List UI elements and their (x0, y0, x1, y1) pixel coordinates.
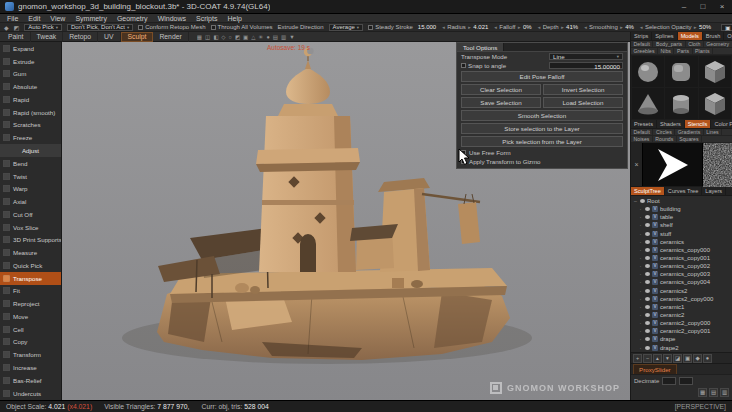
spin-left-icon[interactable]: ◄ (537, 25, 541, 30)
spin-left-icon[interactable]: ◄ (493, 25, 497, 30)
tool-item-scratches[interactable]: Scratches (0, 119, 61, 132)
menu-symmetry[interactable]: Symmetry (75, 15, 107, 22)
tree-item-root[interactable]: −Root (631, 197, 732, 205)
dock-tab-sculpttree[interactable]: SculptTree (631, 187, 665, 195)
apply-transform-gizmo-checkbox[interactable]: Apply Transform to Gizmo (457, 157, 627, 166)
spin-right-icon[interactable]: ► (619, 25, 623, 30)
dock-settings-icon[interactable]: ▥ (720, 388, 729, 397)
tool-item-warp[interactable]: Warp (0, 182, 61, 195)
tree-item-ceramics-copy001[interactable]: ·Vceramics_copy001 (631, 254, 732, 262)
visibility-eye-icon[interactable] (645, 248, 650, 252)
model-cat-body-parts[interactable]: Body_parts (653, 41, 685, 47)
visibility-eye-icon[interactable] (645, 264, 650, 268)
visibility-eye-icon[interactable] (645, 313, 650, 317)
wireframe-icon[interactable]: ◇ (221, 34, 225, 40)
tab-retopo[interactable]: Retopo (63, 32, 98, 42)
visibility-eye-icon[interactable] (645, 207, 650, 211)
visibility-eye-icon[interactable] (645, 346, 650, 350)
visibility-eye-icon[interactable] (645, 305, 650, 309)
gizmo-mode-icon[interactable]: ◩ (14, 24, 20, 31)
merge-icon[interactable]: ◪ (673, 354, 682, 363)
grid-snap-icon[interactable]: ▦ (197, 34, 202, 40)
model-thumb-box[interactable] (699, 88, 731, 119)
steady-stroke-checkbox[interactable]: Steady Stroke (368, 24, 413, 30)
pick-action-dropdown[interactable]: Don't Pick, Don't Act ▾ (67, 24, 133, 31)
tool-item-expand[interactable]: Expand (0, 42, 61, 55)
tree-item-table[interactable]: ·Vtable (631, 213, 732, 221)
decimate-value-box[interactable] (662, 377, 676, 385)
load-selection-button[interactable]: Load Selection (543, 97, 623, 108)
steady-stroke-value[interactable]: 15.000 (418, 24, 436, 30)
move-up-icon[interactable]: ▴ (653, 354, 662, 363)
ghost-mode-icon[interactable]: ○ (229, 34, 232, 40)
model-cat-cloth[interactable]: Cloth (686, 41, 704, 47)
tree-item-ceramic2-copy001[interactable]: ·Vceramic2_copy001 (631, 327, 732, 335)
spin-right-icon[interactable]: ► (693, 25, 697, 30)
conform-retopo-checkbox[interactable]: Conform Retopo Mesh (138, 24, 205, 30)
dock-tab-layers[interactable]: Layers (702, 187, 726, 195)
tree-item-ceramic2-copy000[interactable]: ·Vceramic2_copy000 (631, 319, 732, 327)
spin-right-icon[interactable]: ► (467, 25, 471, 30)
model-cat-nibs[interactable]: Nibs (658, 48, 674, 54)
stencil-cat-squares[interactable]: Squares (677, 136, 702, 142)
model-cat-geometry[interactable]: Geometry (704, 41, 732, 47)
tool-item-copy[interactable]: Copy (0, 336, 61, 349)
stencil-current-shape[interactable] (643, 143, 702, 186)
model-cat-plants[interactable]: Plants (693, 48, 713, 54)
tool-item-measure[interactable]: Measure (0, 246, 61, 259)
tree-item-ceramics2-copy000[interactable]: ·Vceramics2_copy000 (631, 295, 732, 303)
visibility-eye-icon[interactable] (645, 289, 650, 293)
stencil-cat-rounds[interactable]: Rounds (653, 136, 677, 142)
model-cat-greebles[interactable]: Greebles (631, 48, 658, 54)
tree-item-ceramics-copy002[interactable]: ·Vceramics_copy002 (631, 262, 732, 270)
background-icon[interactable]: ▤ (273, 34, 278, 40)
tree-item-ceramics[interactable]: ·Vceramics (631, 238, 732, 246)
clear-selection-button[interactable]: Clear Selection (461, 84, 541, 95)
tool-item-transform[interactable]: Transform (0, 348, 61, 361)
tool-item-increase[interactable]: Increase (0, 361, 61, 374)
tree-item-ceramics-copy000[interactable]: ·Vceramics_copy000 (631, 246, 732, 254)
visibility-eye-icon[interactable] (645, 329, 650, 333)
tool-item-bend[interactable]: Bend (0, 157, 61, 170)
isolate-icon[interactable]: ◩ (235, 34, 240, 40)
tool-item-axial[interactable]: Axial (0, 195, 61, 208)
falloff-slider[interactable]: ◄ Falloff ► 0% (493, 24, 531, 30)
tool-item-fit[interactable]: Fit (0, 285, 61, 298)
tab-render[interactable]: Render (153, 32, 188, 42)
dock-tab-color-palette[interactable]: Color Palette (711, 120, 732, 128)
tool-item-quick-pick[interactable]: Quick Pick (0, 259, 61, 272)
dock-tab-shaders[interactable]: Shaders (657, 120, 685, 128)
model-thumb-sphere[interactable] (632, 56, 664, 87)
ortho-view-icon[interactable]: ▣ (243, 34, 248, 40)
invert-selection-button[interactable]: Invert Selection (543, 84, 623, 95)
transpose-mode-dropdown[interactable]: Line ▾ (549, 53, 623, 60)
stencil-cat-default[interactable]: Default (631, 129, 653, 135)
dock-tab-stencils[interactable]: Stencils (685, 120, 712, 128)
dock-grid-icon[interactable]: ▦ (698, 388, 707, 397)
auto-pick-dropdown[interactable]: Auto Pick ▾ (24, 24, 62, 31)
tool-item-rapid-smooth[interactable]: Rapid (smooth) (0, 106, 61, 119)
visibility-eye-icon[interactable] (640, 199, 645, 203)
selection-opacity-slider[interactable]: ◄ Selection Opacity ► 50% (639, 24, 711, 30)
tool-item-move[interactable]: Move (0, 310, 61, 323)
store-selection-button[interactable]: Store selection to the Layer (461, 123, 623, 134)
save-selection-button[interactable]: Save Selection (461, 97, 541, 108)
visibility-eye-icon[interactable] (645, 232, 650, 236)
dock-tab-splines[interactable]: Splines (652, 32, 677, 40)
tree-item-ceramic1[interactable]: ·Vceramic1 (631, 303, 732, 311)
model-thumb-cylinder[interactable] (665, 88, 697, 119)
model-thumb-cone[interactable] (632, 88, 664, 119)
tree-item-ceramics2[interactable]: ·Vceramics2 (631, 287, 732, 295)
dock-tab-models[interactable]: Models (678, 32, 703, 40)
tree-item-stuff[interactable]: ·Vstuff (631, 230, 732, 238)
tool-item-undercuts[interactable]: Undercuts (0, 387, 61, 400)
menu-view[interactable]: View (50, 15, 65, 22)
menu-scripts[interactable]: Scripts (196, 15, 217, 22)
collapse-icon[interactable]: − (633, 198, 638, 204)
proxy-slider-button[interactable]: ProxySlider (633, 364, 677, 375)
visibility-eye-icon[interactable] (645, 280, 650, 284)
tool-item-transpose[interactable]: Transpose (0, 272, 61, 285)
tool-item-twist[interactable]: Twist (0, 170, 61, 183)
menu-geometry[interactable]: Geometry (117, 15, 148, 22)
symmetry-icon[interactable]: ◫ (205, 34, 210, 40)
